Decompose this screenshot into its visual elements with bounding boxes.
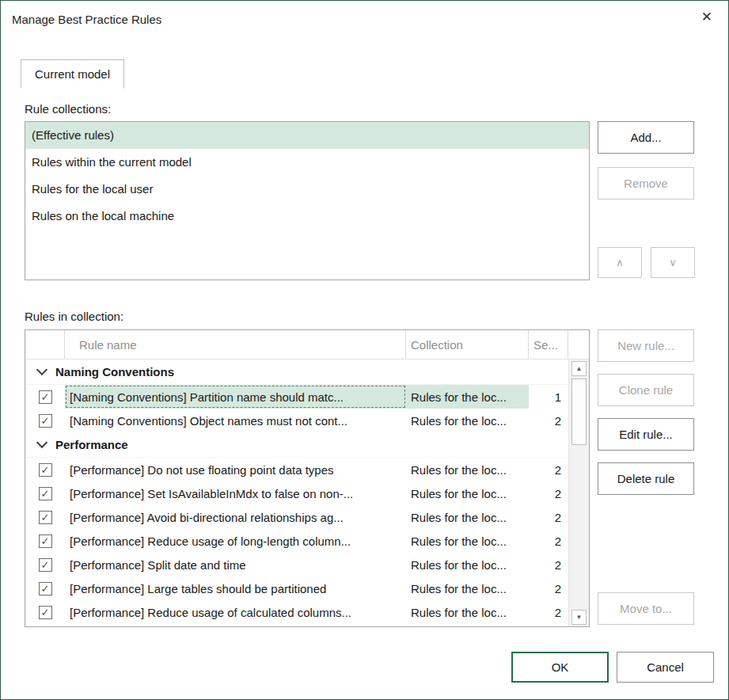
checkbox-checked-icon[interactable]: ✓ [39,606,52,619]
rule-severity-cell: 2 [529,529,568,553]
scroll-thumb[interactable] [571,379,587,445]
collection-list-item[interactable]: Rules within the current model [25,149,589,176]
chevron-down-icon[interactable] [36,437,47,448]
rule-row[interactable]: ✓[Naming Conventions] Partition name sho… [25,385,568,409]
rule-row[interactable]: ✓[Performance] Set IsAvailableInMdx to f… [25,481,568,505]
rule-checkbox-cell: ✓ [25,505,65,529]
group-header-row[interactable]: Naming Conventions [25,360,568,385]
rule-severity-cell: 1 [529,385,568,409]
move-up-button[interactable]: ∧ [598,247,642,278]
rule-row[interactable]: ✓[Performance] Reduce usage of calculate… [25,600,568,624]
rule-collection-cell: Rules for the loc... [406,458,529,481]
checkbox-checked-icon[interactable]: ✓ [39,558,52,572]
cancel-button[interactable]: Cancel [617,652,714,683]
header-scroll-spacer [568,330,589,359]
rule-checkbox-cell: ✓ [25,409,65,432]
rule-severity-cell: 2 [529,576,568,600]
rule-severity-cell: 2 [529,409,568,432]
scroll-up-icon: ▲ [576,366,583,372]
header-checkbox-column [25,330,65,359]
rule-row[interactable]: ✓[Performance] Split date and timeRules … [25,553,568,576]
checkbox-checked-icon[interactable]: ✓ [39,414,52,428]
header-collection[interactable]: Collection [406,330,529,359]
scroll-down-icon: ▼ [576,614,583,621]
collection-list-item[interactable]: Rules on the local machine [25,203,589,230]
rule-name-cell[interactable]: [Performance] Do not use floating point … [65,458,406,481]
rule-name-cell[interactable]: [Naming Conventions] Partition name shou… [65,385,406,409]
checkbox-checked-icon[interactable]: ✓ [39,390,52,404]
rule-collection-cell: Rules for the loc... [406,553,529,576]
rules-table: Rule name Collection Se... Naming Conven… [25,329,590,627]
rule-collection-cell: Rules for the loc... [406,600,529,624]
rule-checkbox-cell: ✓ [25,600,65,624]
rule-severity-cell: 2 [529,600,568,624]
edit-rule-button[interactable]: Edit rule... [598,418,694,451]
rule-row[interactable]: ✓[Naming Conventions] Object names must … [25,409,568,432]
rule-row[interactable]: ✓[Performance] Avoid bi-directional rela… [25,505,568,529]
rule-collection-cell: Rules for the loc... [406,481,529,505]
rule-severity-cell: 2 [529,505,568,529]
rules-scrollbar[interactable]: ▲ ▼ [568,360,589,626]
rule-name-cell[interactable]: [Performance] Split date and time [65,553,406,576]
checkbox-checked-icon[interactable]: ✓ [39,535,52,548]
group-name: Performance [55,438,128,451]
rule-collections-list[interactable]: (Effective rules)Rules within the curren… [25,121,590,280]
rule-row[interactable]: ✓[Performance] Large tables should be pa… [25,576,568,600]
collection-list-item[interactable]: Rules for the local user [25,176,589,203]
tab-current-model-label: Current model [35,67,110,81]
chevron-down-icon[interactable] [36,364,47,375]
titlebar: Manage Best Practice Rules ✕ [1,1,728,37]
rule-name-cell[interactable]: [Performance] Reduce usage of calculated… [65,600,406,624]
header-severity[interactable]: Se... [529,330,568,359]
close-icon[interactable]: ✕ [701,10,712,24]
rules-in-collection-label: Rules in collection: [25,310,123,323]
rule-checkbox-cell: ✓ [25,385,65,409]
collection-list-item[interactable]: (Effective rules) [25,122,589,149]
add-button[interactable]: Add... [598,121,694,154]
rule-collection-cell: Rules for the loc... [406,385,529,409]
scroll-down-button[interactable]: ▼ [571,610,587,625]
clone-rule-button[interactable]: Clone rule [598,374,694,406]
new-rule-button[interactable]: New rule... [598,329,694,362]
rules-table-body: Naming Conventions✓[Naming Conventions] … [25,360,568,626]
rule-severity-cell: 2 [529,481,568,505]
rule-checkbox-cell: ✓ [25,458,65,481]
rule-name-cell[interactable]: [Performance] Set IsAvailableInMdx to fa… [65,481,406,505]
rule-collection-cell: Rules for the loc... [406,576,529,600]
rule-name-cell[interactable]: [Naming Conventions] Object names must n… [65,409,406,432]
checkbox-checked-icon[interactable]: ✓ [39,511,52,524]
rule-severity-cell: 2 [529,553,568,576]
remove-button[interactable]: Remove [598,167,694,200]
rule-checkbox-cell: ✓ [25,553,65,576]
checkbox-checked-icon[interactable]: ✓ [39,487,52,500]
scroll-up-button[interactable]: ▲ [571,361,587,376]
rule-severity-cell: 2 [529,458,568,481]
rule-collection-cell: Rules for the loc... [406,409,529,432]
manage-best-practice-rules-dialog: Manage Best Practice Rules ✕ Current mod… [0,0,729,700]
rule-name-cell[interactable]: [Performance] Avoid bi-directional relat… [65,505,406,529]
rule-name-cell[interactable]: [Performance] Large tables should be par… [65,576,406,600]
move-to-button[interactable]: Move to... [598,592,694,625]
ok-button[interactable]: OK [511,652,609,683]
group-header-row[interactable]: Performance [25,432,568,458]
rule-checkbox-cell: ✓ [25,529,65,553]
rule-collections-label: Rule collections: [25,102,111,116]
tab-current-model[interactable]: Current model [21,59,124,89]
rule-collection-cell: Rules for the loc... [406,529,529,553]
dialog-title: Manage Best Practice Rules [12,13,161,26]
move-down-button[interactable]: ∨ [651,247,695,278]
rule-checkbox-cell: ✓ [25,481,65,505]
rule-collection-cell: Rules for the loc... [406,505,529,529]
checkbox-checked-icon[interactable]: ✓ [39,582,52,595]
delete-rule-button[interactable]: Delete rule [598,462,694,495]
rule-checkbox-cell: ✓ [25,576,65,600]
rules-table-header: Rule name Collection Se... [25,330,589,360]
rule-row[interactable]: ✓[Performance] Do not use floating point… [25,458,568,481]
group-name: Naming Conventions [55,365,174,379]
rule-row[interactable]: ✓[Performance] Reduce usage of long-leng… [25,529,568,553]
checkbox-checked-icon[interactable]: ✓ [39,463,52,477]
header-rule-name[interactable]: Rule name [65,330,406,359]
rule-name-cell[interactable]: [Performance] Reduce usage of long-lengt… [65,529,406,553]
